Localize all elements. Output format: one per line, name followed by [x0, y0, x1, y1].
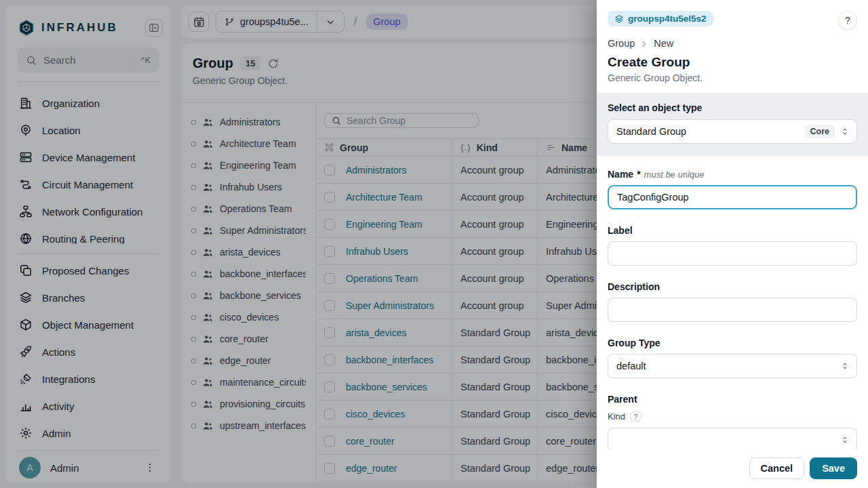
kind-label: Kind: [608, 411, 625, 422]
help-button[interactable]: ?: [838, 11, 857, 30]
chevron-right-icon: [640, 39, 648, 47]
object-type-section: Select an object type Standard Group Cor…: [597, 93, 868, 155]
branch-badge-label: groupsp4tu5el5s2: [628, 14, 707, 24]
object-type-select[interactable]: Standard Group Core: [608, 119, 857, 144]
create-group-drawer: groupsp4tu5el5s2 ? Group New Create Grou…: [597, 0, 868, 488]
chevron-updown-icon: [840, 127, 850, 136]
name-field[interactable]: TagConfigGroup: [608, 185, 857, 209]
drawer-footer: Cancel Save: [597, 449, 868, 488]
breadcrumb-parent[interactable]: Group: [608, 38, 635, 49]
drawer-subtitle: Generic Group Object.: [608, 73, 857, 83]
name-value: TagConfigGroup: [617, 192, 689, 203]
save-button[interactable]: Save: [810, 458, 857, 479]
drawer-breadcrumb: Group New: [608, 38, 857, 49]
drawer-title: Create Group: [608, 55, 857, 70]
branch-badge: groupsp4tu5el5s2: [608, 11, 713, 26]
group-type-label: Group Type: [608, 338, 660, 348]
cancel-button[interactable]: Cancel: [749, 458, 805, 479]
label-field[interactable]: [608, 241, 857, 266]
core-badge: Core: [805, 125, 835, 138]
name-hint: must be unique: [644, 169, 705, 180]
create-group-form: Name * must be unique TagConfigGroup Lab…: [597, 155, 868, 449]
label-label: Label: [608, 225, 633, 236]
group-type-select[interactable]: default: [608, 354, 857, 378]
parent-kind-select[interactable]: [608, 428, 857, 449]
parent-label: Parent: [608, 394, 637, 405]
chevron-updown-icon: [840, 361, 850, 371]
kind-help-button[interactable]: ?: [630, 411, 642, 422]
modal-overlay[interactable]: [0, 0, 597, 488]
name-label: Name: [608, 169, 633, 180]
group-type-value: default: [616, 361, 835, 371]
object-type-label: Select an object type: [608, 102, 857, 113]
object-type-value: Standard Group: [616, 126, 800, 137]
app-window: INFRAHUB Search ^K Organization Location…: [0, 0, 868, 488]
breadcrumb-current: New: [654, 38, 673, 49]
chevron-updown-icon: [840, 435, 850, 445]
required-mark: *: [637, 169, 640, 180]
description-label: Description: [608, 281, 660, 292]
layers-icon: [614, 14, 624, 24]
description-field[interactable]: [608, 298, 857, 322]
